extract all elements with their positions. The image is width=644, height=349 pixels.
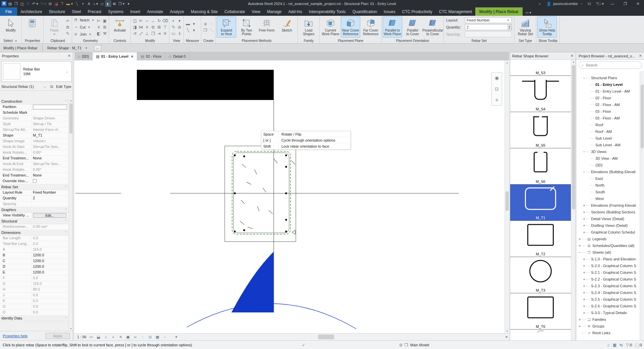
property-row[interactable]: Schedule Mark — [0, 110, 68, 116]
down-icon[interactable]: ⇓ — [176, 31, 182, 37]
expander-plus-icon[interactable]: + — [582, 257, 586, 261]
property-group-construction[interactable]: Construction⌃ — [0, 99, 68, 104]
tree-item-s-2-6-graphical-column-s[interactable]: +S-2.6 - Graphical Column S — [577, 303, 640, 309]
near-cover-reference-button[interactable]: Near CoverReference — [341, 16, 360, 38]
join-menu-button[interactable]: ∪Join▾ — [73, 31, 95, 38]
scroll-up-icon[interactable]: ▲ — [505, 60, 509, 65]
tab-file[interactable]: File — [0, 7, 17, 16]
tree-item-01-entry-level[interactable]: 01 - Entry Level — [577, 81, 640, 88]
tree-item-groups[interactable]: +⧉Groups — [577, 323, 640, 330]
panel-label-geometry[interactable]: Geometry — [72, 38, 109, 43]
dd-icon[interactable]: ▾ — [191, 27, 197, 33]
scroll-up-icon[interactable]: ▲ — [571, 60, 576, 64]
property-row[interactable]: Total Bar Leng...0.0 — [0, 241, 68, 247]
navigation-wheel-icon[interactable]: ◉ — [495, 75, 499, 81]
tab-contextual-modify-place-rebar[interactable]: Modify | Place Rebar — [475, 7, 523, 16]
property-row[interactable]: Layout RuleFixed Number — [0, 190, 68, 196]
rebar-shape-m_s4[interactable]: M_S4 — [510, 76, 571, 112]
properties-help-link[interactable]: Properties help — [3, 334, 28, 338]
tree-item-sections-building-section-[interactable]: +Sections (Building Section) — [577, 209, 640, 215]
tree-item-north[interactable]: North — [577, 182, 640, 189]
property-row[interactable]: StyleStirrup / Tie — [0, 121, 68, 127]
rebar-shape-m_t1[interactable]: M_T1 — [510, 185, 571, 221]
print-preview-icon[interactable]: ◪ — [54, 1, 59, 7]
cut-menu-button[interactable]: ◔Cut▾ — [73, 24, 95, 31]
rebar-shape-m_t6[interactable]: M_T6 — [510, 293, 571, 330]
tree-item-s-3-0-typical-details[interactable]: +S-3.0 - Typical Details — [577, 309, 640, 316]
spacing-input[interactable] — [465, 31, 512, 37]
property-row[interactable]: Reinforcemen...0.00 cm³ — [0, 224, 68, 230]
tab-analyze[interactable]: Analyze — [166, 7, 187, 16]
expander-minus-icon[interactable]: − — [582, 170, 586, 174]
cart-icon[interactable]: ⛁ — [587, 1, 592, 7]
panel-label-show-tooltip[interactable]: Show Tooltip — [536, 38, 559, 43]
search-icon[interactable]: ⌕ — [537, 1, 542, 7]
stack-icon[interactable]: ❒ — [202, 27, 208, 33]
match-type-icon[interactable]: ✎ — [65, 31, 71, 37]
lasso-icon[interactable]: ◌ — [208, 21, 214, 27]
scatter-icon[interactable]: ⋱ — [208, 27, 214, 33]
cut-to-clipboard-icon[interactable]: ✂ — [65, 18, 71, 24]
property-row[interactable]: O0.0 — [0, 304, 68, 310]
tree-item-s-1-0-plans-and-elevation[interactable]: +S-1.0 - Plans and Elevation — [577, 256, 640, 262]
expander-plus-icon[interactable]: + — [582, 304, 586, 308]
modify-pin-icon[interactable]: ⊤ — [60, 1, 65, 7]
box-icon[interactable]: ▣ — [102, 18, 108, 24]
revit-logo-icon[interactable]: R — [1, 1, 7, 6]
scroll-right-icon[interactable]: ▶ — [504, 334, 509, 340]
tree-item-revit-links[interactable]: ⇗Revit Links — [577, 330, 640, 336]
expander-plus-icon[interactable]: + — [582, 278, 586, 281]
panel-label-family[interactable]: Family — [298, 38, 319, 43]
tree-item-roof[interactable]: Roof — [577, 121, 640, 128]
tree-item-west[interactable]: West — [577, 195, 640, 202]
property-row[interactable]: End Treatmen...None — [0, 156, 68, 161]
box2-icon[interactable]: ▭ — [170, 31, 176, 37]
background-process-icon[interactable]: ⇆ — [620, 343, 623, 347]
collapse-group-icon[interactable]: ⌃ — [64, 231, 67, 234]
diag-icon[interactable]: ╲ — [185, 27, 191, 33]
scroll-left-icon[interactable]: ◀ — [174, 334, 178, 340]
design-option-select[interactable]: Main Model — [410, 343, 429, 347]
undo-icon[interactable]: ↶ ▾ — [32, 1, 39, 7]
tree-item-detail-views-detail-[interactable]: +Detail Views (Detail) — [577, 215, 640, 222]
array-icon[interactable]: ⊞ — [156, 24, 162, 30]
property-group-graphics[interactable]: Graphics⌃ — [0, 207, 68, 213]
expander-plus-icon[interactable]: + — [578, 237, 582, 241]
tree-item-sub-level-am[interactable]: Sub Level - AM — [577, 142, 640, 148]
tree-item-graphical-column-schedul[interactable]: +Graphical Column Schedul — [577, 229, 640, 236]
element-filter-select[interactable]: Structural Rebar (1)⌄ — [1, 85, 47, 89]
tree-item--3d-[interactable]: {3D} — [577, 162, 640, 168]
load-shapes-button[interactable]: LoadShapes — [299, 16, 318, 38]
current-work-plane-button[interactable]: CurrentWork Plane — [321, 16, 340, 38]
view-tab--3d-[interactable]: ⌂{3D} — [74, 52, 93, 60]
expander-plus-icon[interactable]: + — [582, 284, 586, 288]
panel-label-modify[interactable]: Modify — [131, 38, 169, 43]
close-button[interactable]: ✕ — [633, 0, 643, 7]
tab-steel[interactable]: Steel — [68, 7, 84, 16]
tree-item-partial[interactable] — [577, 71, 640, 74]
modify-button[interactable]: Modify — [1, 16, 20, 38]
open-icon[interactable]: ❒ — [13, 1, 19, 7]
rebar-browser-scrollbar[interactable]: ▲ — [571, 60, 576, 340]
property-group-rebar-set[interactable]: Rebar Set⌃ — [0, 184, 68, 190]
file-menu-icon[interactable]: ▤ — [7, 1, 13, 7]
customize-qat-icon[interactable]: ▾ — [126, 1, 131, 7]
property-row[interactable]: A115.0 — [0, 247, 68, 253]
lightbulb-icon[interactable]: ◐ — [170, 18, 176, 24]
property-row[interactable]: J0.0 — [0, 293, 68, 298]
property-row[interactable]: Hook At EndStirrup/Tie Seis... — [0, 161, 68, 167]
scroll-up-icon[interactable]: ▲ — [69, 99, 73, 103]
navbar-options-icon[interactable]: ≡ — [495, 97, 498, 103]
tree-item-east[interactable]: East — [577, 175, 640, 182]
view-tab-01-entry-level[interactable]: ▤01 - Entry Level✕ — [93, 52, 137, 60]
dd-icon[interactable]: ▾ — [176, 18, 182, 24]
tab-manage[interactable]: Manage — [264, 7, 285, 16]
property-row[interactable]: F0.0 — [0, 276, 68, 281]
view-tab-detail-0[interactable]: ◇Detail 0 — [165, 52, 190, 60]
delete-icon[interactable]: ✕ — [162, 31, 168, 37]
rebar-shape-m_t2[interactable]: M_T2 — [510, 221, 571, 257]
expander-minus-icon[interactable]: − — [582, 76, 586, 80]
edit-type-button[interactable]: Edit Type — [56, 85, 71, 89]
reveal-hidden-icon[interactable]: ∞ — [133, 335, 138, 339]
expander-minus-icon[interactable]: − — [582, 150, 586, 154]
